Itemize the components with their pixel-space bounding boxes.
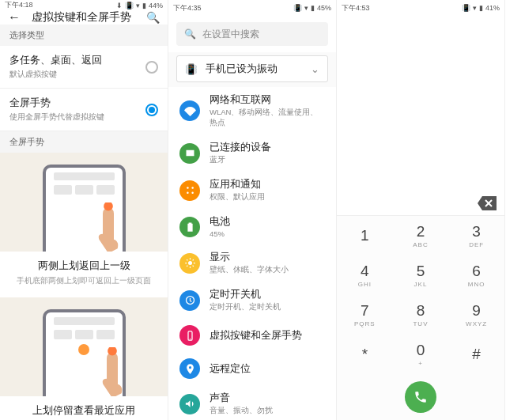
radio-icon-checked bbox=[145, 104, 158, 116]
gesture-illustration bbox=[0, 297, 168, 396]
dial-key-4[interactable]: 4GHI bbox=[337, 255, 393, 295]
radio-label: 全屏手势 bbox=[9, 96, 104, 110]
settings-row[interactable]: 虚拟按键和全屏手势 bbox=[168, 319, 336, 352]
status-time: 下午4:35 bbox=[173, 3, 202, 13]
vibrate-icon: 📳 bbox=[185, 63, 198, 75]
svg-point-3 bbox=[191, 187, 194, 189]
dial-key-1[interactable]: 1 bbox=[337, 216, 393, 255]
radio-sublabel: 使用全屏手势代替虚拟按键 bbox=[9, 112, 104, 123]
dial-key-7[interactable]: 7PQRS bbox=[337, 295, 393, 335]
settings-search[interactable]: 🔍 在设置中搜索 bbox=[176, 22, 328, 46]
key-letters: ABC bbox=[413, 241, 428, 248]
dial-key-*[interactable]: * bbox=[337, 335, 393, 374]
settings-row[interactable]: 电池45% bbox=[168, 209, 336, 244]
battery-label: 41% bbox=[485, 4, 500, 12]
settings-row[interactable]: 网络和互联网WLAN、移动网络、流量使用、热点 bbox=[168, 87, 336, 134]
hand-icon bbox=[81, 202, 136, 252]
settings-row-title: 虚拟按键和全屏手势 bbox=[210, 329, 302, 342]
signal-icon: ▮ bbox=[479, 4, 483, 12]
vibrate-icon: 📳 bbox=[293, 4, 302, 12]
radio-icon bbox=[145, 61, 158, 74]
settings-row-title: 应用和通知 bbox=[210, 178, 265, 191]
settings-list: 网络和互联网WLAN、移动网络、流量使用、热点 已连接的设备蓝牙 应用和通知权限… bbox=[168, 87, 336, 420]
hand-icon bbox=[85, 347, 140, 396]
settings-icon bbox=[179, 180, 200, 201]
settings-row-subtitle: 定时开机、定时关机 bbox=[210, 302, 281, 312]
status-time: 下午4:18 bbox=[5, 0, 33, 10]
status-icons: ⬇ 📳 ▾ ▮ 44% bbox=[116, 2, 163, 9]
key-number: # bbox=[472, 346, 481, 363]
status-icons: 📳 ▾ ▮ 41% bbox=[462, 4, 500, 12]
dial-key-9[interactable]: 9WXYZ bbox=[448, 295, 504, 335]
signal-icon: ▮ bbox=[142, 2, 146, 9]
key-letters: MNO bbox=[468, 281, 485, 288]
key-number: * bbox=[362, 346, 368, 363]
radio-default-navkeys[interactable]: 多任务、桌面、返回 默认虚拟按键 bbox=[0, 46, 168, 89]
page-title: 虚拟按键和全屏手势 bbox=[32, 10, 135, 25]
settings-row[interactable]: 定时开关机定时开机、定时关机 bbox=[168, 282, 336, 319]
wifi-icon: ▾ bbox=[473, 4, 477, 12]
dial-key-6[interactable]: 6MNO bbox=[448, 255, 504, 295]
dial-key-5[interactable]: 5JKL bbox=[393, 255, 449, 295]
settings-row[interactable]: 显示壁纸、休眠、字体大小 bbox=[168, 244, 336, 282]
status-icons: 📳 ▾ ▮ 45% bbox=[293, 4, 331, 12]
phone-icon bbox=[413, 390, 428, 404]
settings-row-subtitle: 蓝牙 bbox=[210, 155, 271, 165]
svg-point-2 bbox=[187, 187, 189, 189]
gesture-illustration bbox=[0, 153, 168, 252]
gesture-subtitle: 手机底部两侧上划即可返回上一级页面 bbox=[5, 276, 163, 286]
settings-row-subtitle: WLAN、移动网络、流量使用、热点 bbox=[210, 108, 325, 128]
dial-keypad: 12ABC3DEF4GHI5JKL6MNO7PQRS8TUV9WXYZ*0+# bbox=[337, 215, 504, 374]
key-number: 6 bbox=[472, 263, 481, 280]
key-letters: JKL bbox=[414, 281, 428, 288]
key-letters: DEF bbox=[469, 241, 484, 248]
settings-row[interactable]: 声音音量、振动、勿扰 bbox=[168, 385, 336, 420]
key-letters: GHI bbox=[358, 281, 372, 288]
key-number: 2 bbox=[417, 223, 425, 240]
key-number: 9 bbox=[472, 302, 481, 320]
svg-point-6 bbox=[188, 261, 192, 265]
key-number: 3 bbox=[472, 223, 481, 240]
vibrate-icon: 📳 bbox=[462, 4, 470, 12]
backspace-icon[interactable] bbox=[478, 196, 497, 210]
key-number: 7 bbox=[361, 302, 369, 320]
settings-row[interactable]: 应用和通知权限、默认应用 bbox=[168, 172, 336, 209]
screen-dialer: 下午4:53 📳 ▾ ▮ 41% 12ABC3DEF4GHI5JKL6MNO7P… bbox=[337, 0, 505, 420]
settings-row-title: 显示 bbox=[210, 251, 289, 264]
svg-point-9 bbox=[189, 338, 190, 339]
call-button[interactable] bbox=[405, 381, 436, 413]
settings-row-subtitle: 45% bbox=[210, 229, 230, 238]
settings-row[interactable]: 已连接的设备蓝牙 bbox=[168, 134, 336, 172]
dial-key-2[interactable]: 2ABC bbox=[393, 216, 449, 255]
key-number: 0 bbox=[417, 342, 425, 359]
dial-key-8[interactable]: 8TUV bbox=[393, 295, 449, 335]
back-icon[interactable]: ← bbox=[8, 10, 21, 25]
dial-key-3[interactable]: 3DEF bbox=[448, 216, 504, 255]
radio-fullscreen-gesture[interactable]: 全屏手势 使用全屏手势代替虚拟按键 bbox=[0, 89, 168, 131]
wifi-icon: ▾ bbox=[136, 2, 140, 9]
settings-icon bbox=[179, 325, 200, 346]
section-header-select: 选择类型 bbox=[0, 25, 168, 46]
settings-row[interactable]: 远程定位 bbox=[168, 352, 336, 385]
dial-key-0[interactable]: 0+ bbox=[393, 335, 449, 374]
svg-point-4 bbox=[187, 191, 189, 194]
radio-label: 多任务、桌面、返回 bbox=[9, 54, 102, 67]
dial-key-#[interactable]: # bbox=[448, 335, 504, 374]
wifi-icon: ▾ bbox=[304, 4, 308, 12]
key-letters: TUV bbox=[413, 320, 428, 327]
vibrate-banner[interactable]: 📳 手机已设为振动 ⌄ bbox=[176, 55, 328, 82]
status-bar: 下午4:35 📳 ▾ ▮ 45% bbox=[168, 0, 336, 16]
search-icon[interactable]: 🔍 bbox=[146, 11, 160, 24]
key-letters: PQRS bbox=[354, 320, 376, 327]
key-number: 8 bbox=[417, 302, 425, 320]
chevron-down-icon: ⌄ bbox=[311, 63, 319, 75]
section-header-gesture: 全屏手势 bbox=[0, 131, 168, 153]
settings-row-subtitle: 权限、默认应用 bbox=[210, 192, 265, 202]
search-icon: 🔍 bbox=[184, 28, 196, 40]
battery-label: 45% bbox=[317, 4, 331, 12]
gesture-title: 上划停留查看最近应用 bbox=[5, 404, 163, 418]
settings-row-title: 远程定位 bbox=[210, 362, 251, 376]
dial-display bbox=[337, 16, 504, 215]
settings-icon bbox=[179, 290, 200, 311]
screen-gesture-settings: 下午4:18 ⬇ 📳 ▾ ▮ 44% ← 虚拟按键和全屏手势 🔍 选择类型 多任… bbox=[0, 0, 168, 420]
